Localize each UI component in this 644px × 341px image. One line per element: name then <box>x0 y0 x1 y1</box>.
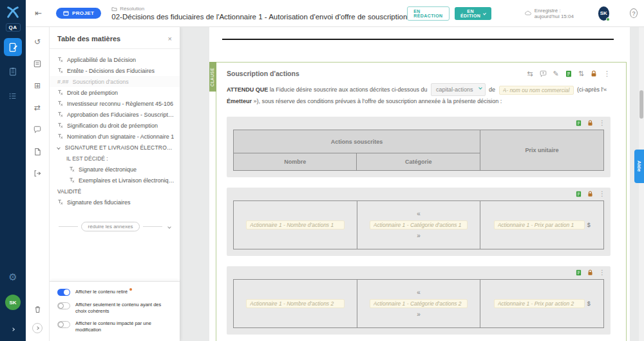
kebab-menu-icon[interactable]: ⋮ <box>599 191 605 197</box>
breadcrumb[interactable]: Résolution <box>111 6 407 12</box>
user-avatar-secondary[interactable]: SK <box>5 295 21 310</box>
expand-nav-icon[interactable] <box>12 322 14 333</box>
clause-icon <box>57 199 63 205</box>
nav-item-list[interactable] <box>4 87 22 105</box>
table-header-prix: Prix unitaire <box>480 130 603 171</box>
toc-section[interactable]: SIGNATURE ET LIVRAISON ÉLECTRONIQUE <box>50 142 180 153</box>
validated-field-icon[interactable] <box>576 191 582 197</box>
chevron-down-icon <box>478 86 482 90</box>
save-status: Enregistré : aujourd'hui 15:04 <box>525 8 587 19</box>
user-avatar[interactable]: SK <box>598 6 609 21</box>
toc-title: Table des matières <box>57 35 120 43</box>
mode-edition-dropdown[interactable]: EN ÉDITION <box>455 7 491 20</box>
reorder-icon[interactable]: ⇅ <box>578 70 584 77</box>
toc-item[interactable]: Signification du droit de préemption <box>50 120 180 131</box>
nombre-actions-field[interactable] <box>246 299 345 308</box>
prix-action-field[interactable] <box>494 220 585 229</box>
help-tab[interactable]: Aide <box>634 150 644 183</box>
edit-pencil-icon[interactable]: ✎ <box>553 70 559 77</box>
lock-icon[interactable] <box>587 120 593 126</box>
sync-icon[interactable]: ⇄ <box>34 101 41 115</box>
chevron-down-icon[interactable] <box>167 225 171 229</box>
document-icon[interactable] <box>34 144 41 159</box>
chevron-down-icon <box>483 12 486 15</box>
toc-item[interactable]: Approbation des Fiduciaires - Souscripti… <box>50 109 180 120</box>
expand-tools-icon[interactable] <box>32 323 43 333</box>
chevron-down-icon <box>57 146 60 149</box>
shares-table-block: ⋮ Actions souscrites Prix unitaire Nombr… <box>227 117 611 177</box>
collapse-panel-icon[interactable]: ⇤ <box>35 8 42 18</box>
kebab-menu-icon[interactable]: ⋮ <box>599 120 605 126</box>
capital-actions-dropdown[interactable]: capital-actions <box>431 83 486 96</box>
folder-icon <box>111 6 117 12</box>
close-icon[interactable]: × <box>168 35 172 43</box>
swap-icon[interactable]: ⇆ <box>527 70 533 77</box>
document-title-block: Résolution 02-Décisions des fiduciaires … <box>111 6 407 21</box>
clause-icon <box>57 90 63 95</box>
export-icon[interactable] <box>33 166 41 180</box>
block-toolbar: ⋮ <box>576 120 605 126</box>
project-icon <box>63 10 69 16</box>
toggle-switch[interactable] <box>57 289 70 296</box>
validated-field-icon[interactable] <box>576 269 582 276</box>
clause-icon <box>57 68 63 73</box>
settings-gear-icon[interactable]: ⚙ <box>8 271 17 283</box>
kebab-menu-icon[interactable]: ⋮ <box>603 70 611 77</box>
toc-item[interactable]: Exemplaires et Livraison électronique <box>50 175 180 186</box>
help-button[interactable]: ? <box>630 8 638 18</box>
toc-section[interactable]: VALIDITÉ <box>50 186 180 197</box>
prix-action-field[interactable] <box>494 299 585 308</box>
app-logo-icon[interactable] <box>6 5 20 19</box>
block-toolbar: ⋮ <box>576 191 605 197</box>
toc-item[interactable]: Signature des fiduciaires <box>50 197 180 208</box>
validated-field-icon[interactable] <box>565 70 572 77</box>
shares-row-block: ⋮ « » $ <box>227 188 611 256</box>
toc-item[interactable]: Entête - Décisions des Fiduciaires <box>50 65 180 76</box>
toggle-show-removed-content: Afficher le contenu retiré <box>57 288 172 296</box>
table-header-actions: Actions souscrites <box>234 130 480 153</box>
trash-icon[interactable] <box>34 302 41 317</box>
categorie-actions-field[interactable] <box>370 299 468 308</box>
project-button[interactable]: PROJET <box>56 8 101 19</box>
clause-paragraph: ATTENDU QUE la Fiducie désire souscrire … <box>227 83 611 106</box>
toc-item[interactable]: Investisseur reconnu - Règlement 45-106 <box>50 98 180 109</box>
document-canvas: CLAUSE Souscription d'actions ⇆ ✎ ⇅ ⋮ AT… <box>180 27 644 341</box>
reduce-annexes-button[interactable]: réduire les annexes <box>81 222 140 231</box>
add-block-icon[interactable]: ⊞ <box>34 79 41 93</box>
clause-icon <box>57 57 63 63</box>
cell-prix: $ <box>480 280 603 327</box>
validated-field-icon[interactable] <box>576 120 582 126</box>
comment-add-icon[interactable] <box>540 70 547 77</box>
toggle-switch[interactable] <box>57 321 70 328</box>
comments-icon[interactable] <box>33 122 41 137</box>
issuer-name-field[interactable] <box>499 86 574 95</box>
history-icon[interactable]: ↺ <box>34 35 41 49</box>
toggle-show-impacted-content: Afficher le contenu impacté par une modi… <box>57 320 172 333</box>
toc-item[interactable]: Nomination d'un signataire - Actionnaire… <box>50 131 180 142</box>
lock-icon[interactable] <box>587 191 593 197</box>
clause-icon <box>69 177 75 183</box>
clause-icon <box>57 101 63 106</box>
toggle-switch[interactable] <box>57 302 70 309</box>
form-fields-icon[interactable] <box>33 57 41 71</box>
nombre-actions-field[interactable] <box>246 220 345 229</box>
nav-item-clipboard[interactable] <box>4 63 22 81</box>
notice-dot <box>129 288 132 291</box>
nav-item-editor[interactable] <box>4 38 22 56</box>
vertical-scrollbar[interactable] <box>639 27 644 341</box>
scrollbar-thumb[interactable] <box>639 90 643 119</box>
categorie-actions-field[interactable] <box>370 220 468 229</box>
toc-item[interactable]: IL EST DÉCIDÉ : <box>50 153 180 164</box>
close-quote: » <box>417 233 421 239</box>
cell-nombre <box>234 201 357 249</box>
section-divider <box>222 39 614 40</box>
toc-item[interactable]: Signature électronique <box>50 164 180 175</box>
lock-icon[interactable] <box>587 269 593 276</box>
lock-icon[interactable] <box>591 70 597 77</box>
toc-item[interactable]: Droit de préemption <box>50 87 180 98</box>
toc-item-active[interactable]: #.##Souscription d'actions <box>50 76 180 87</box>
clause-icon <box>57 122 63 128</box>
kebab-menu-icon[interactable]: ⋮ <box>599 269 605 276</box>
status-badge-redaction: EN RÉDACTION <box>407 6 450 21</box>
toc-item[interactable]: Applicabilité de la Décision <box>50 54 180 65</box>
